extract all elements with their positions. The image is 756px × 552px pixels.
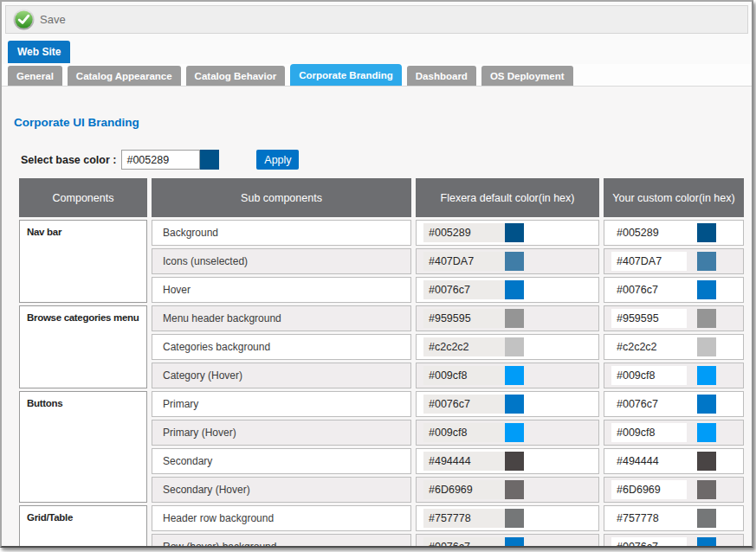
- default-color-swatch: [505, 223, 524, 242]
- sub-component-cell: Header row background: [152, 505, 411, 531]
- default-color-swatch: [505, 423, 524, 442]
- default-hex-value: #005289: [423, 223, 505, 242]
- sub-component-cell: Primary: [152, 391, 411, 417]
- table-row: Grid/TableHeader row background#757778#7…: [19, 505, 744, 531]
- tab-catalog-behavior[interactable]: Catalog Behavior: [186, 66, 286, 86]
- custom-hex-input[interactable]: #494444: [611, 452, 687, 471]
- default-hex-value: #959595: [423, 309, 505, 328]
- custom-color-swatch[interactable]: [697, 223, 716, 242]
- custom-color-swatch[interactable]: [697, 252, 716, 271]
- custom-color-swatch[interactable]: [697, 423, 716, 442]
- default-color-swatch: [505, 252, 524, 271]
- custom-hex-input[interactable]: #757778: [611, 509, 687, 528]
- custom-color-cell: #407DA7: [604, 248, 744, 274]
- custom-color-cell: #009cf8: [604, 363, 744, 388]
- custom-hex-input[interactable]: #009cf8: [611, 366, 687, 385]
- base-color-row: Select base color : Apply: [21, 150, 752, 170]
- default-color-swatch: [505, 366, 524, 385]
- component-cell: Browse categories menu: [19, 305, 147, 388]
- custom-color-cell: #0076c7: [604, 391, 744, 417]
- custom-color-swatch[interactable]: [697, 337, 716, 356]
- custom-color-cell: #494444: [604, 448, 744, 474]
- custom-color-swatch[interactable]: [697, 366, 716, 385]
- custom-hex-input[interactable]: #959595: [611, 309, 687, 328]
- custom-color-cell: #6D6969: [604, 477, 744, 503]
- custom-hex-input[interactable]: #009cf8: [611, 423, 687, 442]
- default-color-cell: #0076c7: [416, 534, 599, 548]
- sub-component-cell: Category (Hover): [152, 363, 411, 388]
- default-color-swatch: [505, 309, 524, 328]
- custom-color-cell: #005289: [604, 220, 744, 246]
- sub-component-cell: Secondary (Hover): [152, 477, 411, 503]
- tab-dashboard[interactable]: Dashboard: [407, 66, 476, 86]
- default-hex-value: #0076c7: [423, 395, 505, 414]
- default-hex-value: #757778: [423, 509, 505, 528]
- custom-hex-input[interactable]: #005289: [611, 223, 687, 242]
- tab-os-deployment[interactable]: OS Deployment: [481, 66, 573, 86]
- column-header: Flexera default color(in hex): [416, 178, 599, 217]
- custom-color-swatch[interactable]: [697, 280, 716, 299]
- custom-hex-input[interactable]: #6D6969: [611, 480, 687, 499]
- tab-web-site[interactable]: Web Site: [8, 41, 70, 63]
- default-color-cell: #407DA7: [416, 248, 599, 274]
- sub-component-cell: Menu header background: [152, 305, 411, 331]
- custom-color-cell: #0076c7: [604, 534, 744, 548]
- default-hex-value: #009cf8: [423, 423, 505, 442]
- save-button[interactable]: Save: [13, 9, 66, 30]
- component-cell: Grid/Table: [19, 505, 147, 548]
- default-color-swatch: [505, 337, 524, 356]
- custom-hex-input[interactable]: #0076c7: [611, 537, 687, 548]
- custom-color-cell: #757778: [604, 505, 744, 531]
- sub-component-cell: Background: [152, 220, 411, 246]
- custom-color-cell: #959595: [604, 305, 744, 331]
- default-color-cell: #0076c7: [416, 391, 599, 417]
- default-color-cell: #0076c7: [416, 277, 599, 303]
- custom-color-swatch[interactable]: [697, 452, 716, 471]
- page-title: Corporate UI Branding: [14, 116, 752, 129]
- custom-hex-input[interactable]: #0076c7: [611, 280, 687, 299]
- table-row: ButtonsPrimary#0076c7#0076c7: [19, 391, 744, 417]
- custom-hex-input[interactable]: #c2c2c2: [611, 337, 687, 356]
- base-color-label: Select base color :: [21, 154, 116, 166]
- default-color-swatch: [505, 452, 524, 471]
- column-header: Sub components: [152, 178, 411, 217]
- custom-hex-input[interactable]: #407DA7: [611, 252, 687, 271]
- default-color-cell: #959595: [416, 305, 599, 331]
- default-color-swatch: [505, 509, 524, 528]
- tab-general[interactable]: General: [8, 66, 62, 86]
- default-hex-value: #009cf8: [423, 366, 505, 385]
- save-label: Save: [40, 13, 66, 26]
- tab-catalog-appearance[interactable]: Catalog Appearance: [68, 66, 181, 86]
- default-hex-value: #6D6969: [423, 480, 505, 499]
- default-color-cell: #c2c2c2: [416, 334, 599, 360]
- default-color-swatch: [505, 537, 524, 548]
- base-color-input[interactable]: [121, 150, 200, 170]
- sub-component-cell: Categories background: [152, 334, 411, 360]
- custom-color-cell: #c2c2c2: [604, 334, 744, 360]
- branding-table: ComponentsSub componentsFlexera default …: [15, 176, 748, 548]
- default-color-cell: #494444: [416, 448, 599, 474]
- custom-color-swatch[interactable]: [697, 509, 716, 528]
- default-color-cell: #009cf8: [416, 363, 599, 388]
- sub-component-cell: Icons (unselected): [152, 248, 411, 274]
- sub-component-cell: Primary (Hover): [152, 420, 411, 446]
- custom-color-swatch[interactable]: [697, 395, 716, 414]
- default-color-cell: #757778: [416, 505, 599, 531]
- sub-component-cell: Secondary: [152, 448, 411, 474]
- apply-button[interactable]: Apply: [256, 150, 299, 170]
- default-hex-value: #c2c2c2: [423, 337, 505, 356]
- settings-window: Save Web Site GeneralCatalog AppearanceC…: [0, 0, 753, 548]
- custom-color-swatch[interactable]: [697, 537, 716, 548]
- custom-hex-input[interactable]: #0076c7: [611, 395, 687, 414]
- column-header: Components: [19, 178, 147, 217]
- default-color-cell: #009cf8: [416, 420, 599, 446]
- content-area: Corporate UI Branding Select base color …: [2, 87, 752, 546]
- default-color-swatch: [505, 280, 524, 299]
- custom-color-swatch[interactable]: [697, 309, 716, 328]
- sub-component-cell: Hover: [152, 277, 411, 303]
- custom-color-swatch[interactable]: [697, 480, 716, 499]
- toolbar: Save: [5, 5, 748, 34]
- component-cell: Nav bar: [19, 220, 147, 303]
- default-color-swatch: [505, 395, 524, 414]
- tab-corporate-branding[interactable]: Corporate Branding: [290, 64, 402, 86]
